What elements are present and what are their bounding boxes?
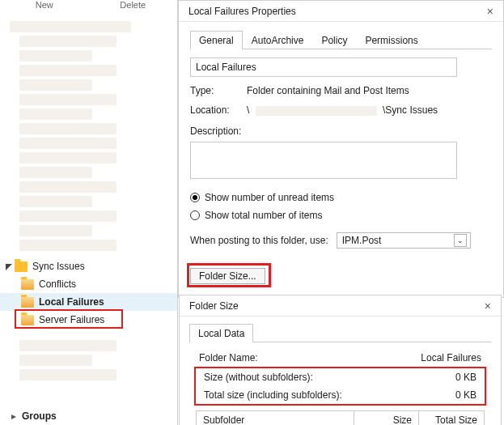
folder-name-box: Local Failures	[190, 57, 457, 77]
radio-icon[interactable]	[190, 210, 200, 220]
location-suffix: \Sync Issues	[383, 104, 438, 116]
col-total-size: Total Size	[419, 411, 484, 425]
dialog2-title: Folder Size	[189, 300, 239, 312]
close-icon[interactable]: ×	[481, 298, 494, 314]
expand-icon: ▸	[11, 410, 17, 422]
description-textarea[interactable]	[190, 142, 457, 179]
radio-icon[interactable]	[190, 193, 200, 202]
col-subfolder: Subfolder	[197, 411, 354, 425]
tree-item-sync-issues[interactable]: Sync Issues	[0, 257, 177, 275]
posting-select[interactable]: IPM.Post ⌄	[337, 232, 471, 249]
folder-name-text: Local Failures	[196, 62, 256, 73]
folder-icon	[21, 297, 34, 308]
tab-general[interactable]: General	[190, 31, 243, 49]
size-wo-label: Size (without subfolders):	[204, 372, 313, 383]
folder-name-label: Folder Name:	[199, 352, 258, 363]
groups-label: Groups	[22, 410, 57, 422]
folder-icon	[21, 279, 34, 290]
tab-local-data[interactable]: Local Data	[189, 324, 253, 342]
type-label: Type:	[190, 85, 247, 96]
highlight-box-sizes: Size (without subfolders): 0 KB Total si…	[194, 367, 486, 406]
radio-unread-label: Show number of unread items	[205, 192, 334, 203]
folder-name-row: Folder Name: Local Failures	[191, 349, 489, 367]
folder-size-dialog: Folder Size × Local Data Folder Name: Lo…	[179, 295, 502, 425]
highlight-box-folder-size	[187, 263, 271, 287]
tab-permissions[interactable]: Permissions	[356, 31, 426, 49]
posting-value: IPM.Post	[342, 235, 382, 246]
radio-unread-row[interactable]: Show number of unread items	[190, 192, 492, 203]
blurred-text	[256, 106, 377, 116]
left-folder-pane: New Delete Sync Issues Conflicts	[0, 0, 178, 425]
groups-header[interactable]: ▸ Groups	[11, 410, 57, 422]
tabs2: Local Data	[189, 323, 491, 342]
blurred-folder-group	[6, 21, 171, 251]
location-row: Location: \ \Sync Issues	[190, 104, 492, 116]
tab-autoarchive[interactable]: AutoArchive	[243, 31, 313, 49]
tree-item-conflicts[interactable]: Conflicts	[0, 275, 177, 293]
type-value: Folder containing Mail and Post Items	[247, 85, 409, 96]
radio-total-row[interactable]: Show total number of items	[190, 210, 492, 221]
tab-policy[interactable]: Policy	[312, 31, 356, 49]
size-wo-value: 0 KB	[455, 372, 476, 383]
tree-item-local-failures[interactable]: Local Failures	[0, 293, 177, 311]
radio-total-label: Show total number of items	[205, 210, 322, 221]
size-total-value: 0 KB	[455, 389, 476, 401]
tree-label: Conflicts	[39, 278, 76, 290]
highlight-box-local-failures	[15, 309, 123, 329]
type-row: Type: Folder containing Mail and Post It…	[190, 85, 492, 96]
delete-button[interactable]: Delete	[89, 0, 178, 15]
tree-label: Local Failures	[39, 296, 104, 308]
location-label: Location:	[190, 104, 247, 116]
col-size: Size	[354, 411, 419, 425]
size-total-row: Total size (including subfolders): 0 KB	[196, 386, 485, 404]
description-row: Description:	[190, 125, 492, 137]
tabs: General AutoArchive Policy Permissions	[190, 30, 492, 49]
location-prefix: \	[247, 104, 249, 116]
posting-label: When posting to this folder, use:	[190, 235, 328, 246]
dialog2-titlebar: Folder Size ×	[180, 295, 501, 317]
subfolder-table-header: Subfolder Size Total Size	[196, 410, 485, 425]
posting-row: When posting to this folder, use: IPM.Po…	[190, 232, 492, 249]
folder-name-value: Local Failures	[421, 352, 481, 363]
size-total-label: Total size (including subfolders):	[204, 389, 342, 401]
location-value: \ \Sync Issues	[247, 104, 438, 116]
top-toolbar: New Delete	[0, 0, 177, 15]
folder-icon	[15, 261, 28, 272]
new-button[interactable]: New	[0, 0, 89, 15]
dialog-titlebar: Local Failures Properties ×	[179, 1, 503, 22]
chevron-down-icon[interactable]: ⌄	[454, 234, 467, 247]
expand-icon[interactable]	[5, 262, 13, 270]
size-wo-row: Size (without subfolders): 0 KB	[196, 368, 485, 386]
description-label: Description:	[190, 125, 241, 137]
close-icon[interactable]: ×	[484, 3, 497, 19]
dialog-title: Local Failures Properties	[188, 6, 296, 17]
properties-dialog: Local Failures Properties × General Auto…	[178, 0, 504, 298]
tree-label: Sync Issues	[32, 261, 85, 272]
blurred-folder-group-2	[6, 340, 171, 380]
